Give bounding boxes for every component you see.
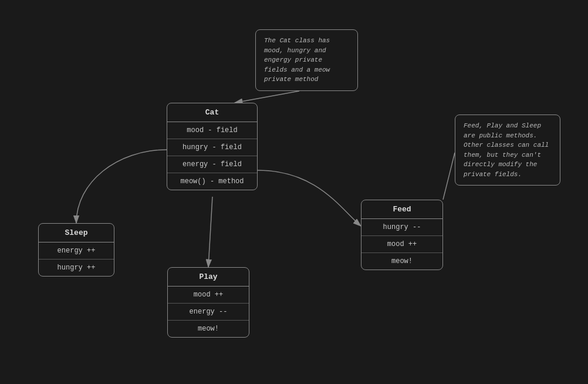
play-row-1: mood ++ bbox=[168, 287, 249, 304]
cat-row-3: energy - field bbox=[167, 156, 257, 173]
sleep-box: Sleep energy ++ hungry ++ bbox=[38, 223, 114, 277]
feed-box: Feed hungry -- mood ++ meow! bbox=[361, 200, 443, 270]
sleep-title: Sleep bbox=[39, 224, 114, 242]
feed-tooltip: Feed, Play and Sleep are public methods.… bbox=[455, 114, 560, 186]
cat-tooltip-text: The Cat class has mood, hungry and enger… bbox=[264, 37, 330, 83]
play-box: Play mood ++ energy -- meow! bbox=[167, 267, 249, 338]
feed-title: Feed bbox=[361, 200, 442, 219]
cat-box: Cat mood - field hungry - field energy -… bbox=[167, 103, 258, 190]
diagram-container: The Cat class has mood, hungry and enger… bbox=[0, 0, 588, 384]
svg-line-1 bbox=[235, 91, 299, 103]
cat-row-4: meow() - method bbox=[167, 173, 257, 190]
play-row-2: energy -- bbox=[168, 304, 249, 321]
cat-title: Cat bbox=[167, 103, 257, 122]
svg-line-2 bbox=[208, 197, 212, 267]
sleep-row-1: energy ++ bbox=[39, 242, 114, 260]
feed-row-3: meow! bbox=[361, 253, 442, 270]
sleep-row-2: hungry ++ bbox=[39, 260, 114, 276]
play-row-3: meow! bbox=[168, 321, 249, 337]
svg-line-3 bbox=[443, 153, 455, 200]
feed-row-2: mood ++ bbox=[361, 236, 442, 253]
cat-tooltip: The Cat class has mood, hungry and enger… bbox=[255, 29, 358, 91]
play-title: Play bbox=[168, 268, 249, 287]
cat-row-1: mood - field bbox=[167, 122, 257, 139]
feed-tooltip-text: Feed, Play and Sleep are public methods.… bbox=[464, 122, 549, 178]
feed-row-1: hungry -- bbox=[361, 219, 442, 236]
cat-row-2: hungry - field bbox=[167, 139, 257, 156]
